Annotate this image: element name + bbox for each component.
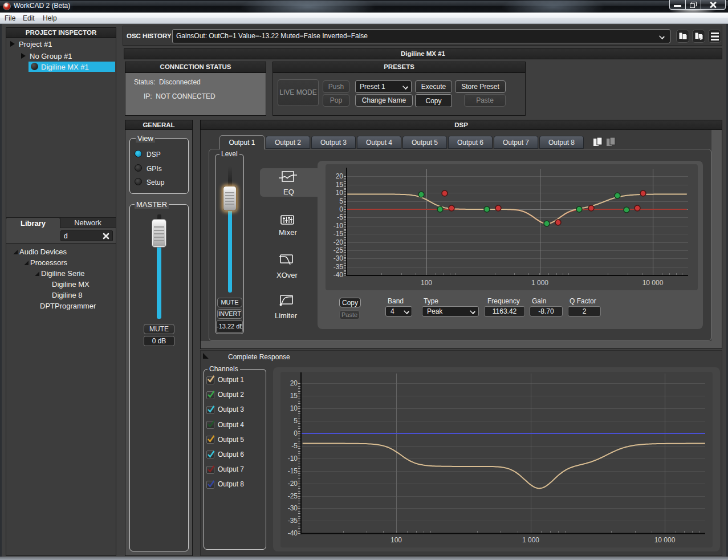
svg-text:-40: -40 xyxy=(334,271,344,279)
svg-text:15: 15 xyxy=(290,392,298,400)
svg-text:-35: -35 xyxy=(288,517,298,525)
svg-text:-15: -15 xyxy=(288,467,298,475)
svg-text:0: 0 xyxy=(294,429,298,437)
svg-text:-30: -30 xyxy=(334,254,344,262)
svg-text:5: 5 xyxy=(294,417,298,425)
svg-text:1 000: 1 000 xyxy=(522,536,539,544)
svg-text:5: 5 xyxy=(339,197,343,205)
svg-text:-10: -10 xyxy=(288,455,298,462)
svg-text:-5: -5 xyxy=(291,442,298,450)
svg-text:-40: -40 xyxy=(288,529,298,537)
svg-text:10 000: 10 000 xyxy=(654,536,676,544)
svg-text:-25: -25 xyxy=(288,492,298,500)
svg-text:1 000: 1 000 xyxy=(531,279,548,287)
svg-text:10: 10 xyxy=(290,404,298,412)
svg-text:-10: -10 xyxy=(334,222,344,230)
svg-text:20: 20 xyxy=(290,379,298,387)
svg-text:-20: -20 xyxy=(334,238,344,246)
svg-text:-15: -15 xyxy=(334,230,344,238)
svg-text:10: 10 xyxy=(336,189,344,197)
svg-text:10 000: 10 000 xyxy=(642,279,664,287)
svg-text:-30: -30 xyxy=(288,504,298,512)
svg-text:-5: -5 xyxy=(337,213,343,221)
svg-text:-35: -35 xyxy=(334,263,344,271)
svg-text:100: 100 xyxy=(421,279,432,287)
svg-text:20: 20 xyxy=(336,172,344,180)
svg-text:15: 15 xyxy=(336,181,344,189)
svg-text:0: 0 xyxy=(339,205,343,213)
svg-text:-25: -25 xyxy=(334,246,344,254)
svg-text:100: 100 xyxy=(391,536,402,544)
svg-text:-20: -20 xyxy=(288,480,298,488)
